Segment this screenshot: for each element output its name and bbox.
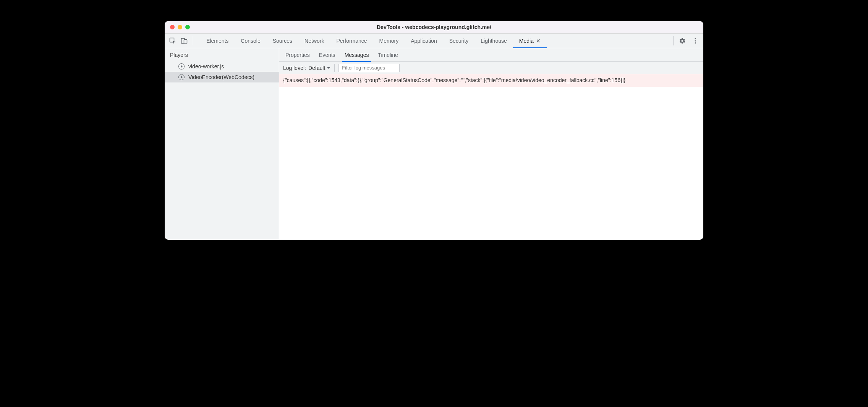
media-subtabs: PropertiesEventsMessagesTimeline bbox=[279, 48, 703, 62]
panel-tab-media[interactable]: Media✕ bbox=[513, 34, 547, 48]
play-icon bbox=[178, 63, 185, 69]
panel-tab-lighthouse[interactable]: Lighthouse bbox=[474, 34, 513, 48]
tab-label: Security bbox=[449, 38, 469, 44]
log-level-label: Log level: bbox=[283, 65, 306, 71]
panel-tab-sources[interactable]: Sources bbox=[267, 34, 298, 48]
window-maximize-button[interactable] bbox=[185, 25, 190, 29]
media-main-panel: PropertiesEventsMessagesTimeline Log lev… bbox=[279, 48, 703, 240]
subtab-events[interactable]: Events bbox=[314, 48, 340, 61]
tab-label: Sources bbox=[273, 38, 292, 44]
player-label: VideoEncoder(WebCodecs) bbox=[188, 74, 254, 80]
players-list: video-worker.jsVideoEncoder(WebCodecs) bbox=[165, 61, 279, 82]
window-titlebar: DevTools - webcodecs-playground.glitch.m… bbox=[165, 21, 703, 34]
messages-content: {"causes":[],"code":1543,"data":{},"grou… bbox=[279, 74, 703, 240]
svg-point-3 bbox=[695, 38, 696, 39]
player-item[interactable]: VideoEncoder(WebCodecs) bbox=[165, 72, 279, 82]
panel-tab-console[interactable]: Console bbox=[235, 34, 266, 48]
player-label: video-worker.js bbox=[188, 63, 224, 69]
panel-tab-elements[interactable]: Elements bbox=[200, 34, 235, 48]
svg-point-4 bbox=[695, 40, 696, 41]
sidebar-header: Players bbox=[165, 48, 279, 61]
tab-label: Media bbox=[519, 38, 534, 44]
close-icon[interactable]: ✕ bbox=[536, 38, 541, 44]
subtab-properties[interactable]: Properties bbox=[281, 48, 314, 61]
tab-label: Lighthouse bbox=[481, 38, 507, 44]
window-minimize-button[interactable] bbox=[178, 25, 182, 29]
more-menu-icon[interactable] bbox=[691, 37, 700, 45]
filter-log-input[interactable] bbox=[338, 64, 400, 72]
inspect-element-icon[interactable] bbox=[168, 37, 177, 45]
tab-label: Memory bbox=[379, 38, 399, 44]
subtab-timeline[interactable]: Timeline bbox=[373, 48, 402, 61]
messages-filterbar: Log level: Default bbox=[279, 62, 703, 74]
svg-point-5 bbox=[695, 42, 696, 43]
device-toolbar-icon[interactable] bbox=[180, 37, 188, 45]
tab-label: Console bbox=[241, 38, 260, 44]
settings-gear-icon[interactable] bbox=[678, 37, 687, 45]
devtools-window: DevTools - webcodecs-playground.glitch.m… bbox=[165, 21, 703, 240]
toolbar-left-group bbox=[168, 36, 193, 45]
tab-label: Network bbox=[304, 38, 324, 44]
log-level-control: Log level: Default bbox=[283, 64, 335, 72]
media-sidebar: Players video-worker.jsVideoEncoder(WebC… bbox=[165, 48, 279, 240]
traffic-lights bbox=[170, 25, 190, 29]
tab-label: Elements bbox=[206, 38, 228, 44]
panel-tab-application[interactable]: Application bbox=[405, 34, 443, 48]
window-title: DevTools - webcodecs-playground.glitch.m… bbox=[377, 24, 491, 30]
chevron-down-icon bbox=[327, 66, 330, 70]
window-close-button[interactable] bbox=[170, 25, 175, 29]
log-level-value: Default bbox=[308, 65, 325, 71]
tab-label: Application bbox=[411, 38, 437, 44]
devtools-panel-tabs: ElementsConsoleSourcesNetworkPerformance… bbox=[200, 34, 673, 48]
play-icon bbox=[178, 74, 185, 80]
panel-tab-memory[interactable]: Memory bbox=[373, 34, 405, 48]
log-message-row[interactable]: {"causes":[],"code":1543,"data":{},"grou… bbox=[279, 74, 703, 87]
log-level-dropdown[interactable]: Default bbox=[308, 65, 330, 71]
panel-tab-network[interactable]: Network bbox=[298, 34, 330, 48]
panel-tab-security[interactable]: Security bbox=[443, 34, 475, 48]
devtools-toolbar: ElementsConsoleSourcesNetworkPerformance… bbox=[165, 34, 703, 48]
player-item[interactable]: video-worker.js bbox=[165, 61, 279, 72]
toolbar-right-group bbox=[673, 36, 700, 45]
subtab-messages[interactable]: Messages bbox=[340, 48, 374, 61]
devtools-body: Players video-worker.jsVideoEncoder(WebC… bbox=[165, 48, 703, 240]
panel-tab-performance[interactable]: Performance bbox=[330, 34, 373, 48]
tab-label: Performance bbox=[336, 38, 367, 44]
svg-rect-2 bbox=[184, 39, 187, 44]
